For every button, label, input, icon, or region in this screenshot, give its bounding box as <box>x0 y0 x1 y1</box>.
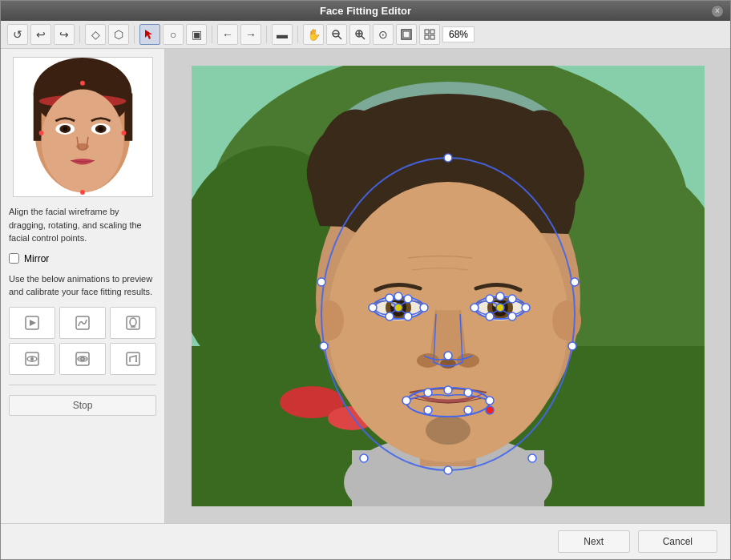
mirror-label: Mirror <box>24 253 49 264</box>
stop-button[interactable]: Stop <box>9 395 156 416</box>
svg-point-103 <box>402 397 410 405</box>
grid-btn[interactable] <box>419 24 440 45</box>
svg-point-87 <box>386 294 394 302</box>
svg-point-108 <box>464 406 472 414</box>
svg-point-82 <box>568 342 576 350</box>
svg-point-110 <box>486 406 494 414</box>
svg-line-5 <box>361 36 365 39</box>
anim-wave-btn[interactable] <box>59 307 106 339</box>
svg-point-98 <box>522 304 530 312</box>
svg-point-35 <box>130 318 136 326</box>
separator-1 <box>79 26 80 43</box>
svg-rect-12 <box>425 35 429 39</box>
close-button[interactable]: × <box>711 5 724 18</box>
bottom-bar: Next Cancel <box>1 523 730 559</box>
svg-point-81 <box>571 278 579 286</box>
title-bar: Face Fitting Editor × <box>1 1 730 21</box>
svg-point-89 <box>404 295 412 303</box>
window-title: Face Fitting Editor <box>320 5 411 17</box>
animation-grid <box>9 307 156 375</box>
svg-point-101 <box>496 304 504 312</box>
svg-point-96 <box>496 292 504 300</box>
anim-eye-btn[interactable] <box>9 343 55 375</box>
svg-point-91 <box>404 312 412 320</box>
svg-rect-44 <box>127 353 139 365</box>
svg-marker-0 <box>145 30 152 39</box>
svg-point-97 <box>508 295 516 303</box>
zoom-in-btn[interactable] <box>349 24 370 45</box>
zoom-out-btn[interactable] <box>326 24 347 45</box>
svg-point-72 <box>315 300 344 340</box>
hand-tool-btn[interactable]: ✋ <box>303 24 324 45</box>
svg-rect-11 <box>430 30 434 34</box>
svg-point-69 <box>457 353 479 368</box>
svg-point-25 <box>98 127 103 131</box>
undo-history-btn[interactable]: ↺ <box>7 24 28 45</box>
fit-view-btn[interactable] <box>396 24 417 45</box>
cancel-button[interactable]: Cancel <box>638 530 717 553</box>
ellipse-btn[interactable]: ○ <box>163 24 184 45</box>
svg-point-80 <box>320 342 328 350</box>
svg-marker-32 <box>30 320 36 326</box>
svg-point-86 <box>369 304 377 312</box>
svg-point-109 <box>424 406 432 414</box>
svg-point-90 <box>420 304 428 312</box>
mirror-row: Mirror <box>9 253 156 264</box>
svg-point-70 <box>440 359 456 369</box>
svg-point-73 <box>552 300 581 340</box>
svg-point-29 <box>38 131 43 135</box>
main-content: Align the facial wireframe by dragging, … <box>1 49 730 523</box>
svg-point-102 <box>444 352 452 360</box>
pan-left-btn[interactable]: ← <box>217 24 238 45</box>
main-window: Face Fitting Editor × ↺ ↩ ↪ ◇ ⬡ ○ ▣ ← → … <box>0 0 731 560</box>
svg-point-78 <box>444 154 452 162</box>
svg-point-107 <box>486 397 494 405</box>
svg-point-95 <box>486 295 494 303</box>
svg-point-19 <box>41 90 123 193</box>
svg-point-106 <box>464 389 472 397</box>
divider <box>9 385 156 385</box>
svg-point-93 <box>394 304 402 312</box>
mirror-checkbox[interactable] <box>9 253 19 264</box>
svg-point-28 <box>80 190 85 195</box>
svg-point-92 <box>386 312 394 320</box>
svg-point-83 <box>444 466 452 474</box>
svg-line-2 <box>338 36 341 39</box>
anim-eye2-btn[interactable] <box>59 343 106 375</box>
svg-rect-10 <box>425 30 429 34</box>
pan-right-btn[interactable]: → <box>240 24 261 45</box>
separator-4 <box>266 26 267 43</box>
svg-rect-9 <box>403 31 410 38</box>
lasso2-btn[interactable]: ⬡ <box>108 24 129 45</box>
arrow-tool-btn[interactable] <box>139 24 160 45</box>
svg-point-84 <box>360 454 368 462</box>
anim-head-btn[interactable] <box>110 307 156 339</box>
svg-point-71 <box>426 416 471 445</box>
svg-point-85 <box>528 454 536 462</box>
svg-point-99 <box>508 312 516 320</box>
separator-2 <box>134 26 135 43</box>
toolbar: ↺ ↩ ↪ ◇ ⬡ ○ ▣ ← → ▬ ✋ ⊙ 68% <box>1 21 730 49</box>
svg-point-68 <box>417 353 439 368</box>
anim-rotate-btn[interactable] <box>110 343 156 375</box>
svg-point-30 <box>121 131 126 135</box>
undo-btn[interactable]: ↩ <box>30 24 51 45</box>
svg-point-79 <box>317 278 325 286</box>
photo-container <box>192 66 705 506</box>
svg-point-100 <box>486 312 494 320</box>
next-button[interactable]: Next <box>558 530 630 553</box>
redo-btn[interactable]: ↪ <box>54 24 75 45</box>
svg-point-105 <box>444 386 452 394</box>
anim-play-btn[interactable] <box>9 307 55 339</box>
lasso-btn[interactable]: ◇ <box>85 24 106 45</box>
description-text: Align the facial wireframe by dragging, … <box>9 205 156 245</box>
left-panel: Align the facial wireframe by dragging, … <box>1 49 165 523</box>
rect-btn[interactable]: ▣ <box>186 24 207 45</box>
svg-point-27 <box>80 81 85 86</box>
copy-btn[interactable]: ▬ <box>272 24 293 45</box>
svg-point-88 <box>394 292 402 300</box>
svg-point-39 <box>30 357 34 361</box>
separator-3 <box>212 26 212 43</box>
zoom-reset-btn[interactable]: ⊙ <box>373 24 394 45</box>
canvas-area[interactable] <box>165 49 730 523</box>
